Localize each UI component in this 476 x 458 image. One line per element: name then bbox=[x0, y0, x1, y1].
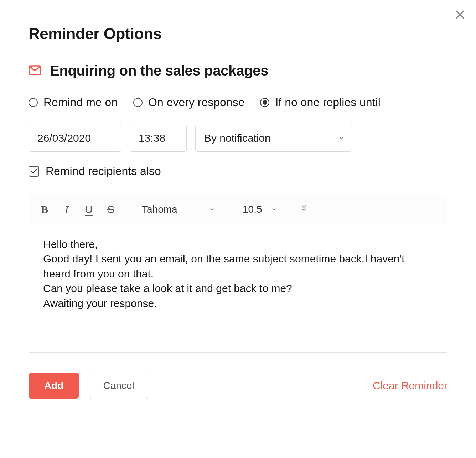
strikethrough-button[interactable]: S bbox=[103, 202, 119, 217]
message-editor: B I U S Tahoma 10.5 Hello there, Good da… bbox=[29, 195, 447, 353]
toolbar-divider bbox=[229, 202, 229, 217]
radio-label: On every response bbox=[148, 96, 244, 109]
radio-every-response[interactable]: On every response bbox=[133, 96, 244, 109]
date-value: 26/03/2020 bbox=[37, 132, 91, 144]
editor-textarea[interactable]: Hello there, Good day! I sent you an ema… bbox=[29, 224, 447, 352]
clear-reminder-link[interactable]: Clear Reminder bbox=[373, 380, 447, 392]
italic-button[interactable]: I bbox=[59, 202, 74, 217]
cancel-button[interactable]: Cancel bbox=[89, 373, 148, 399]
notification-method-select[interactable]: By notification bbox=[195, 125, 352, 152]
reminder-type-radios: Remind me on On every response If no one… bbox=[29, 96, 447, 109]
size-value: 10.5 bbox=[243, 204, 262, 215]
dialog-footer: Add Cancel Clear Reminder bbox=[29, 373, 447, 399]
chevron-down-icon bbox=[337, 132, 345, 144]
remind-recipients-checkbox[interactable]: Remind recipients also bbox=[29, 165, 447, 178]
page-title: Reminder Options bbox=[29, 25, 447, 43]
subject-text: Enquiring on the sales packages bbox=[50, 63, 268, 79]
method-value: By notification bbox=[204, 132, 271, 144]
font-size-select[interactable]: 10.5 bbox=[238, 204, 281, 215]
checkbox-label: Remind recipients also bbox=[46, 165, 161, 178]
underline-button[interactable]: U bbox=[81, 202, 97, 217]
mail-icon bbox=[29, 65, 41, 77]
add-button[interactable]: Add bbox=[29, 373, 79, 399]
more-formatting-button[interactable] bbox=[300, 204, 307, 215]
date-field[interactable]: 26/03/2020 bbox=[29, 125, 121, 152]
radio-remind-on[interactable]: Remind me on bbox=[29, 96, 118, 109]
toolbar-divider bbox=[291, 202, 291, 217]
radio-label: If no one replies until bbox=[275, 96, 380, 109]
radio-no-reply-until[interactable]: If no one replies until bbox=[260, 96, 380, 109]
radio-icon bbox=[260, 98, 269, 107]
toolbar-divider bbox=[128, 202, 128, 217]
datetime-row: 26/03/2020 13:38 By notification bbox=[29, 125, 447, 152]
time-field[interactable]: 13:38 bbox=[130, 125, 187, 152]
font-value: Tahoma bbox=[142, 204, 177, 215]
chevron-down-icon bbox=[209, 204, 215, 215]
editor-toolbar: B I U S Tahoma 10.5 bbox=[29, 195, 447, 224]
time-value: 13:38 bbox=[139, 132, 165, 144]
chevron-down-icon bbox=[271, 204, 277, 215]
close-icon[interactable] bbox=[454, 9, 466, 22]
radio-label: Remind me on bbox=[43, 96, 118, 109]
reminder-dialog: Reminder Options Enquiring on the sales … bbox=[0, 0, 476, 399]
checkbox-icon bbox=[29, 166, 39, 177]
radio-icon bbox=[133, 98, 143, 107]
font-family-select[interactable]: Tahoma bbox=[138, 204, 219, 215]
subject-row: Enquiring on the sales packages bbox=[29, 63, 447, 79]
radio-icon bbox=[29, 98, 38, 107]
bold-button[interactable]: B bbox=[37, 202, 52, 217]
